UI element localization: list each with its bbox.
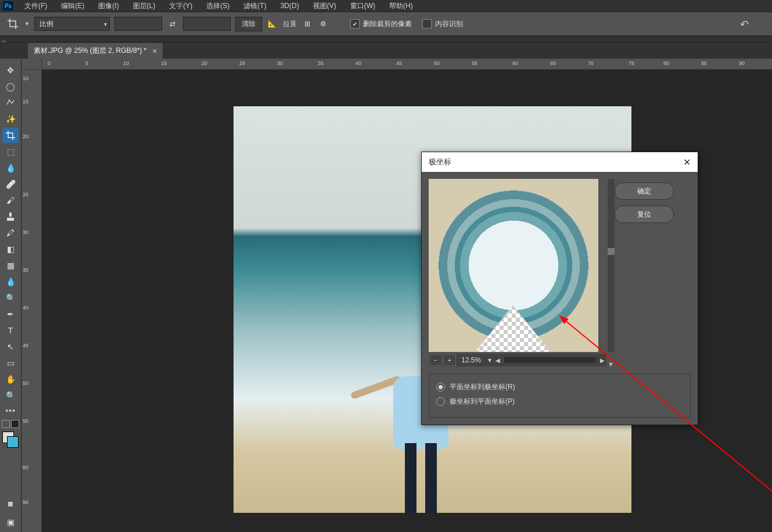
menu-window[interactable]: 窗口(W) [343, 0, 382, 12]
straighten-icon[interactable]: 📐 [267, 18, 278, 30]
polar-to-rect-label: 极坐标到平面坐标(P) [450, 397, 515, 407]
menu-bar: Ps 文件(F) 编辑(E) 图像(I) 图层(L) 文字(Y) 选择(S) 滤… [0, 0, 772, 12]
zoom-in-button[interactable]: + [443, 354, 456, 366]
ruler-tick: 10 [23, 76, 28, 81]
ruler-tick: 50 [23, 381, 28, 386]
menu-select[interactable]: 选择(S) [199, 0, 236, 12]
svg-rect-1 [7, 218, 14, 221]
menu-edit[interactable]: 编辑(E) [54, 0, 91, 12]
menu-view[interactable]: 视图(V) [306, 0, 343, 12]
move-tool[interactable]: ✥ [2, 63, 19, 78]
eyedropper-tool[interactable]: 💧 [2, 160, 19, 175]
screen-mode-icon[interactable]: ▣ [2, 515, 19, 530]
swap-dimensions-icon[interactable]: ⇄ [167, 18, 178, 30]
ruler-tick: 50 [434, 60, 440, 66]
swap-colors-icon[interactable] [2, 420, 19, 428]
marquee-tool[interactable]: ◯ [2, 79, 19, 94]
crop-tool[interactable] [2, 128, 19, 143]
color-swatches[interactable] [2, 432, 19, 448]
reset-button[interactable]: 复位 [615, 206, 674, 223]
tool-preset-dropdown-icon[interactable]: ▼ [24, 21, 30, 27]
dialog-close-icon[interactable]: ✕ [683, 157, 691, 168]
overlay-grid-icon[interactable]: ⊞ [301, 18, 313, 30]
brush-tool[interactable]: 🖌 [2, 193, 19, 208]
ruler-tick: 45 [396, 60, 402, 66]
gradient-tool[interactable]: ▦ [2, 258, 19, 273]
preview-hscroll[interactable] [504, 357, 596, 363]
dodge-tool[interactable]: 🔍 [2, 290, 19, 305]
ratio-preset-select[interactable]: 比例 [34, 17, 110, 31]
panel-handle[interactable] [0, 36, 772, 42]
blur-tool[interactable]: 💧 [2, 274, 19, 289]
hand-tool[interactable]: ✋ [2, 372, 19, 387]
reset-crop-icon[interactable]: ↶ [740, 18, 749, 31]
menu-image[interactable]: 图像(I) [91, 0, 125, 12]
ruler-tick: 35 [318, 60, 324, 66]
rect-to-polar-label: 平面坐标到极坐标(R) [450, 382, 515, 392]
menu-layer[interactable]: 图层(L) [126, 0, 163, 12]
menu-filter[interactable]: 滤镜(T) [236, 0, 273, 12]
ruler-tick: 0 [48, 60, 51, 66]
ruler-tick: 65 [550, 60, 556, 66]
rectangle-tool[interactable]: ▭ [2, 355, 19, 371]
ruler-tick: 20 [202, 60, 207, 66]
menu-help[interactable]: 帮助(H) [382, 0, 420, 12]
tab-close-icon[interactable]: × [152, 46, 157, 56]
zoom-out-button[interactable]: − [429, 354, 442, 366]
delete-cropped-checkbox[interactable] [350, 19, 360, 28]
path-select-tool[interactable]: ↖ [2, 339, 19, 354]
magic-wand-tool[interactable]: ✨ [2, 112, 19, 127]
dialog-title: 极坐标 [429, 157, 451, 167]
edit-toolbar-icon[interactable]: ••• [5, 406, 16, 415]
zoom-dropdown-icon[interactable]: ▾ [486, 356, 494, 364]
ruler-tick: 55 [23, 419, 28, 424]
crop-width-input[interactable] [114, 17, 162, 31]
clear-button[interactable]: 清除 [235, 17, 262, 31]
lasso-tool[interactable] [2, 95, 19, 110]
scroll-down-icon[interactable]: ▼ [608, 361, 614, 368]
ruler-tick: 85 [701, 60, 707, 66]
scroll-right-icon[interactable]: ▶ [598, 357, 606, 364]
ruler-tick: 75 [629, 60, 634, 66]
horizontal-ruler: 0 5 10 15 20 25 30 35 40 45 50 55 60 65 … [42, 59, 772, 70]
content-aware-checkbox[interactable] [422, 19, 432, 28]
options-bar: ▼ 比例 ⇄ 清除 📐 拉直 ⊞ ⚙ 删除裁剪的像素 内容识别 ↶ [0, 12, 772, 36]
zoom-tool[interactable]: 🔍 [2, 388, 19, 403]
stamp-tool[interactable] [2, 209, 19, 224]
polar-coordinates-dialog: 极坐标 ✕ ▲ ▼ − + 12.5% ▾ [421, 152, 698, 425]
crop-settings-icon[interactable]: ⚙ [318, 18, 329, 30]
rect-to-polar-radio[interactable] [436, 383, 445, 391]
ruler-tick: 70 [588, 60, 594, 66]
ruler-tick: 30 [23, 230, 28, 235]
eraser-tool[interactable]: ◧ [2, 242, 19, 257]
polar-to-rect-radio[interactable] [436, 397, 445, 406]
vertical-ruler: 10 15 20 25 30 35 40 45 50 55 80 90 [21, 59, 42, 532]
pen-tool[interactable]: ✒ [2, 307, 19, 322]
delete-cropped-label: 删除裁剪的像素 [363, 19, 412, 29]
tools-panel: ✥ ◯ ✨ ⬚ 💧 🩹 🖌 🖍 ◧ ▦ 💧 🔍 ✒ T ↖ ▭ ✋ 🔍 ••• … [0, 59, 21, 532]
quick-mask-icon[interactable]: ◙ [2, 496, 19, 511]
menu-file[interactable]: 文件(F) [17, 0, 54, 12]
history-brush-tool[interactable]: 🖍 [2, 225, 19, 240]
background-color[interactable] [7, 436, 19, 448]
filter-preview[interactable] [429, 179, 598, 352]
preview-vscroll[interactable] [608, 179, 615, 352]
type-tool[interactable]: T [2, 323, 19, 338]
ruler-tick: 25 [23, 192, 28, 197]
svg-rect-0 [9, 213, 12, 217]
dialog-titlebar[interactable]: 极坐标 ✕ [422, 152, 698, 172]
frame-tool[interactable]: ⬚ [2, 144, 19, 159]
scroll-left-icon[interactable]: ◀ [494, 357, 502, 364]
ok-button[interactable]: 确定 [615, 182, 674, 200]
preview-zoom-row: − + 12.5% ▾ ◀ ▶ [429, 354, 606, 366]
menu-3d[interactable]: 3D(D) [274, 1, 306, 11]
crop-height-input[interactable] [183, 17, 231, 31]
document-tab[interactable]: 素材.JPG @ 25% (图层 2, RGB/8*) * × [28, 43, 163, 59]
canvas-area: 0 5 10 15 20 25 30 35 40 45 50 55 60 65 … [42, 59, 772, 532]
healing-brush-tool[interactable]: 🩹 [2, 177, 19, 192]
content-aware-label: 内容识别 [435, 19, 463, 29]
ruler-tick: 80 [23, 465, 28, 470]
polar-options: 平面坐标到极坐标(R) 极坐标到平面坐标(P) [429, 373, 691, 418]
menu-type[interactable]: 文字(Y) [162, 0, 199, 12]
crop-tool-icon[interactable] [6, 17, 20, 31]
